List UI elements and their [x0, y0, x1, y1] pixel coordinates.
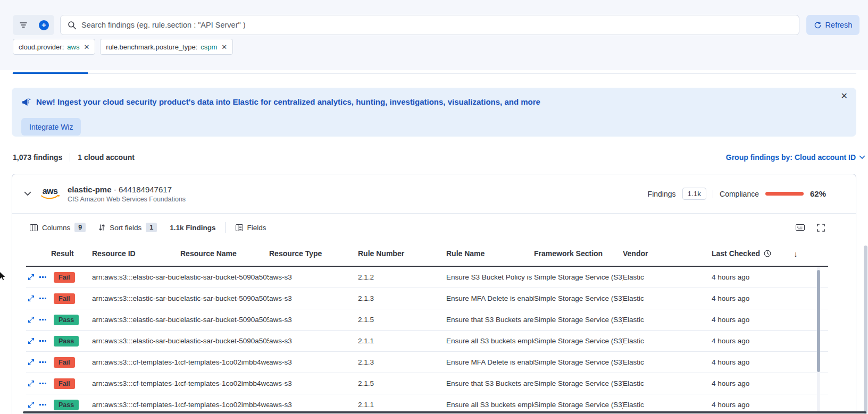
last-checked-cell: 4 hours ago [712, 358, 777, 366]
table-row: Fail arn:aws:s3:::elastic-sar-bucket ela… [26, 267, 828, 288]
findings-count: 1,073 findings [13, 153, 62, 162]
resource-name-cell: elastic-sar-bucket-5090a505 [180, 337, 269, 345]
refresh-button[interactable]: Refresh [806, 15, 859, 35]
expand-row-icon[interactable] [28, 295, 35, 302]
sort-icon [98, 224, 105, 231]
data-grid-toolbar: Columns 9 Sort fields 1 1.1k Findings Fi… [12, 214, 856, 241]
resource-id-cell: arn:aws:s3:::elastic-sar-bucket [92, 273, 180, 281]
row-actions-icon[interactable] [39, 319, 46, 320]
header-rule-name[interactable]: Rule Name [446, 249, 534, 258]
framework-section-cell: Simple Storage Service (S3) [534, 294, 623, 302]
rule-number-cell: 2.1.1 [358, 401, 446, 409]
banner-close-icon[interactable]: ✕ [841, 91, 848, 101]
rule-name-cell: Ensure that S3 Buckets are co [446, 379, 534, 387]
header-resource-type[interactable]: Resource Type [269, 249, 358, 258]
vendor-cell: Elastic [623, 401, 712, 409]
filter-lines-icon [20, 22, 27, 28]
row-actions-icon[interactable] [39, 340, 46, 342]
header-framework-section[interactable]: Framework Section [534, 249, 623, 258]
grid-header-row: Result Resource ID Resource Name Resourc… [26, 241, 828, 267]
search-input[interactable] [81, 21, 792, 29]
separator [713, 190, 713, 198]
filter-menu-button[interactable] [13, 15, 34, 35]
account-id: - 644184947617 [114, 185, 172, 194]
rule-name-cell: Ensure all S3 buckets employ [446, 401, 534, 409]
resource-type-cell: aws-s3 [269, 358, 358, 366]
last-checked-cell: 4 hours ago [712, 337, 777, 345]
resource-name-cell: elastic-sar-bucket-5090a505 [180, 273, 269, 281]
grid-toolbar-right [796, 224, 825, 232]
search-icon [68, 21, 77, 30]
expand-row-icon[interactable] [28, 359, 35, 366]
resource-type-cell: aws-s3 [269, 316, 358, 324]
collapse-chevron-icon[interactable] [24, 191, 31, 196]
row-actions-icon[interactable] [39, 404, 46, 405]
resource-id-cell: arn:aws:s3:::cf-templates-1co [92, 401, 180, 409]
last-checked-cell: 4 hours ago [712, 273, 777, 281]
framework-section-cell: Simple Storage Service (S3) [534, 316, 623, 324]
compliance-label: Compliance [720, 190, 759, 198]
active-tab-indicator[interactable] [13, 72, 88, 74]
expand-row-icon[interactable] [28, 337, 35, 344]
rule-number-cell: 2.1.5 [358, 379, 446, 387]
fullscreen-button[interactable] [817, 224, 825, 232]
account-group-header[interactable]: aws elastic-pme - 644184947617 CIS Amazo… [12, 174, 856, 214]
header-resource-id[interactable]: Resource ID [92, 249, 180, 258]
filter-button-group: + [13, 15, 54, 35]
benchmark-name: CIS Amazon Web Services Foundations [68, 196, 186, 203]
expand-row-icon[interactable] [28, 380, 35, 387]
header-last-checked[interactable]: Last Checked [712, 249, 777, 258]
sort-direction-icon[interactable]: ↓ [794, 249, 798, 258]
framework-section-cell: Simple Storage Service (S3) [534, 273, 623, 281]
remove-filter-icon[interactable]: ✕ [84, 43, 89, 51]
clock-icon [764, 250, 771, 257]
page-scrollbar-thumb[interactable] [864, 246, 867, 414]
filter-pill-cloud-provider[interactable]: cloud.provider: aws ✕ [13, 39, 95, 55]
account-name: elastic-pme [68, 185, 112, 194]
compliance-bar [765, 192, 804, 196]
search-bar [60, 15, 799, 35]
keyboard-shortcuts-button[interactable] [796, 224, 805, 231]
framework-section-cell: Simple Storage Service (S3) [534, 337, 623, 345]
vendor-cell: Elastic [623, 358, 712, 366]
grid-scrollbar-thumb[interactable] [817, 270, 820, 372]
result-badge: Pass [54, 315, 79, 325]
header-vendor[interactable]: Vendor [623, 249, 712, 258]
integrate-wiz-button[interactable]: Integrate Wiz [21, 118, 81, 136]
row-actions-icon[interactable] [39, 276, 46, 278]
vendor-cell: Elastic [623, 294, 712, 302]
aws-logo: aws [40, 188, 60, 200]
fields-button[interactable]: Fields [236, 224, 266, 232]
row-actions-icon[interactable] [39, 298, 46, 299]
expand-row-icon[interactable] [28, 316, 35, 323]
vendor-cell: Elastic [623, 273, 712, 281]
filter-pill-posture-type[interactable]: rule.benchmark.posture_type: cspm ✕ [100, 39, 233, 55]
rule-number-cell: 2.1.3 [358, 358, 446, 366]
resource-id-cell: arn:aws:s3:::cf-templates-1co [92, 358, 180, 366]
table-row: Pass arn:aws:s3:::elastic-sar-bucket ela… [26, 331, 828, 352]
columns-count-badge: 9 [74, 223, 86, 232]
resource-name-cell: elastic-sar-bucket-5090a505 [180, 294, 269, 302]
rule-number-cell: 2.1.2 [358, 273, 446, 281]
resource-type-cell: aws-s3 [269, 379, 358, 387]
header-result[interactable]: Result [51, 249, 92, 258]
grid-horizontal-scrollbar[interactable] [23, 411, 866, 413]
result-badge: Fail [54, 357, 75, 368]
columns-button[interactable]: Columns 9 [30, 223, 86, 232]
sort-fields-button[interactable]: Sort fields 1 [98, 223, 157, 232]
resource-type-cell: aws-s3 [269, 294, 358, 302]
header-resource-name[interactable]: Resource Name [180, 249, 269, 258]
last-checked-cell: 4 hours ago [712, 379, 777, 387]
group-findings-by-dropdown[interactable]: Group findings by: Cloud account ID [726, 153, 865, 162]
expand-row-icon[interactable] [28, 401, 35, 408]
account-names: elastic-pme - 644184947617 CIS Amazon We… [68, 185, 186, 203]
grid-findings-count: 1.1k Findings [170, 224, 215, 232]
sort-count-badge: 1 [146, 223, 157, 232]
row-actions-icon[interactable] [39, 361, 46, 363]
row-actions-icon[interactable] [39, 383, 46, 384]
remove-filter-icon[interactable]: ✕ [221, 43, 227, 51]
header-rule-number[interactable]: Rule Number [358, 249, 446, 258]
result-badge: Pass [54, 336, 79, 347]
expand-row-icon[interactable] [28, 274, 35, 281]
add-filter-button[interactable]: + [34, 15, 54, 35]
